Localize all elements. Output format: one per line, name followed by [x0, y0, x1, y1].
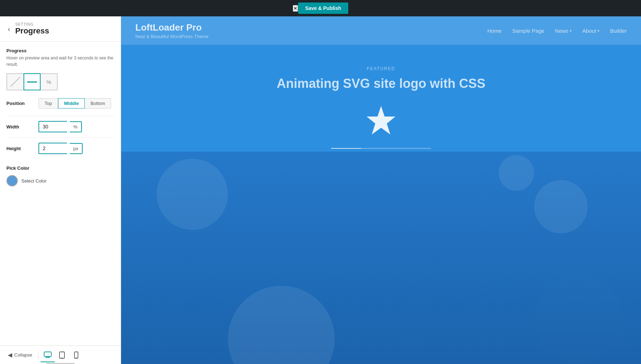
- bubble-4: [499, 155, 534, 191]
- svg-line-0: [10, 77, 20, 87]
- tablet-view-button[interactable]: [55, 348, 69, 362]
- height-input-group: px: [38, 143, 83, 154]
- bubble-3: [228, 286, 335, 364]
- site-subtitle: Neat & Beautiful WordPress Theme: [135, 34, 208, 39]
- preview-type-percent[interactable]: %: [41, 73, 58, 90]
- collapse-label: Collapse: [14, 352, 32, 358]
- nav-item-home[interactable]: Home: [488, 28, 502, 34]
- sidebar-header: ‹ Setting Progress: [0, 16, 121, 42]
- position-label: Position: [6, 101, 38, 106]
- about-chevron-icon: ▾: [598, 29, 599, 33]
- nav-item-news[interactable]: News ▾: [555, 28, 572, 34]
- svg-rect-1: [44, 352, 51, 357]
- nav-item-sample[interactable]: Sample Page: [512, 28, 544, 34]
- section-title-progress: Progress: [6, 48, 114, 53]
- svg-marker-9: [367, 106, 396, 134]
- featured-title: Animating SVG site logo with CSS: [277, 76, 485, 91]
- loading-logo: [365, 105, 397, 137]
- main-layout: ‹ Setting Progress Progress Hover on pre…: [0, 16, 641, 364]
- nav-item-builder[interactable]: Builder: [610, 28, 627, 34]
- mobile-icon: [74, 352, 78, 359]
- height-label: Height: [6, 146, 38, 151]
- section-desc-progress: Hover on preview area and wait for 3 sec…: [6, 55, 114, 68]
- pick-color-label: Pick Color: [6, 165, 114, 171]
- width-input-group: %: [38, 121, 82, 132]
- featured-label: FEATURED: [367, 66, 395, 71]
- desktop-view-button[interactable]: [41, 348, 55, 362]
- footer-separator: [38, 351, 38, 359]
- progress-bar-preview: [331, 148, 431, 149]
- desktop-icon: [44, 352, 52, 358]
- close-button[interactable]: ✕: [293, 5, 298, 12]
- pick-color-section: Pick Color Select Color: [6, 165, 114, 186]
- bubble-2: [534, 180, 588, 233]
- position-buttons: Top Middle Bottom: [38, 98, 111, 109]
- tablet-icon: [59, 352, 65, 359]
- color-swatch[interactable]: [6, 175, 18, 186]
- position-bottom-button[interactable]: Bottom: [85, 98, 111, 109]
- svg-point-8: [76, 357, 77, 358]
- position-top-button[interactable]: Top: [38, 98, 58, 109]
- width-input[interactable]: [38, 121, 67, 132]
- topbar: ✕ Save & Publish: [0, 0, 641, 16]
- sidebar-title-block: Setting Progress: [15, 22, 49, 36]
- setting-label: Setting: [15, 22, 49, 26]
- width-unit: %: [70, 121, 82, 132]
- site-content: FEATURED Animating SVG site logo with CS…: [121, 45, 641, 149]
- height-unit: px: [70, 143, 83, 154]
- height-input[interactable]: [38, 143, 67, 154]
- preview-type-selector: %: [6, 73, 114, 90]
- position-middle-button[interactable]: Middle: [58, 98, 85, 109]
- sidebar-footer: ◀ Collapse: [0, 345, 121, 364]
- news-chevron-icon: ▾: [570, 29, 572, 33]
- nav-item-about[interactable]: About ▾: [582, 28, 599, 34]
- site-brand: LoftLoader Pro Neat & Beautiful WordPres…: [135, 22, 208, 39]
- back-button[interactable]: ‹: [6, 25, 12, 33]
- image-section: [121, 152, 641, 364]
- save-publish-button[interactable]: Save & Publish: [298, 2, 348, 14]
- collapse-arrow-icon: ◀: [8, 352, 12, 358]
- width-label: Width: [6, 124, 38, 130]
- site-title: LoftLoader Pro: [135, 22, 208, 33]
- mobile-view-button[interactable]: [69, 348, 83, 362]
- site-nav: LoftLoader Pro Neat & Beautiful WordPres…: [121, 16, 641, 45]
- bubble-5: [534, 275, 623, 364]
- position-row: Position Top Middle Bottom: [6, 98, 114, 109]
- progress-line-icon: [27, 81, 37, 83]
- svg-point-6: [62, 357, 62, 358]
- sidebar: ‹ Setting Progress Progress Hover on pre…: [0, 16, 121, 364]
- sidebar-content: Progress Hover on preview area and wait …: [0, 42, 121, 345]
- progress-title: Progress: [15, 26, 49, 36]
- preview-type-line[interactable]: [24, 73, 41, 90]
- height-row: Height px: [6, 137, 114, 159]
- select-color-label[interactable]: Select Color: [21, 178, 47, 184]
- percent-icon: %: [46, 79, 51, 85]
- width-row: Width %: [6, 116, 114, 137]
- preview-type-diagonal[interactable]: [6, 73, 24, 90]
- bubble-1: [157, 159, 228, 230]
- progress-bar-fill: [331, 148, 361, 149]
- site-menu: Home Sample Page News ▾ About ▾ Builder: [488, 28, 627, 34]
- collapse-button[interactable]: ◀ Collapse: [4, 352, 36, 358]
- preview-area[interactable]: LoftLoader Pro Neat & Beautiful WordPres…: [121, 16, 641, 364]
- color-swatch-row[interactable]: Select Color: [6, 175, 114, 186]
